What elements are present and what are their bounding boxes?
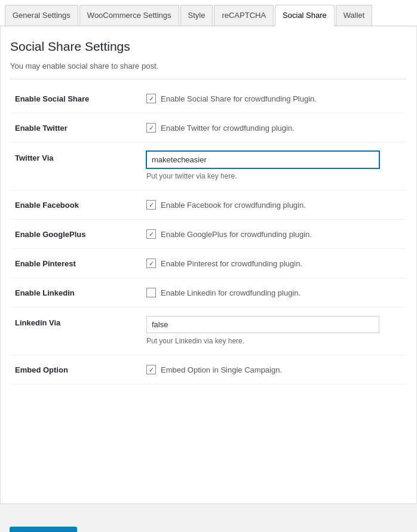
- setting-label-enable-linkedin: Enable Linkedin: [10, 278, 142, 307]
- tab-general-settings[interactable]: General Settings: [5, 5, 78, 26]
- setting-control-enable-social-share: ✓Enable Social Share for crowdfunding Pl…: [142, 84, 407, 113]
- enable-facebook-checkbox[interactable]: ✓: [146, 200, 156, 210]
- setting-label-enable-social-share: Enable Social Share: [10, 84, 142, 113]
- twitter-via-hint: Put your twitter via key here.: [146, 172, 402, 180]
- setting-control-linkedin-via: Put your Linkedin via key here.: [142, 307, 407, 355]
- setting-row-enable-googleplus: Enable GooglePlus✓Enable GooglePlus for …: [10, 220, 407, 249]
- setting-control-enable-linkedin: Enable Linkedin for crowdfunding plugin.: [142, 278, 407, 307]
- enable-linkedin-description: Enable Linkedin for crowdfunding plugin.: [161, 288, 301, 297]
- page-subtitle: You may enable social share to share pos…: [10, 61, 407, 79]
- enable-social-share-checkbox[interactable]: ✓: [146, 94, 156, 103]
- setting-control-enable-pinterest: ✓Enable Pinterest for crowdfunding plugi…: [142, 249, 407, 278]
- setting-row-enable-social-share: Enable Social Share✓Enable Social Share …: [10, 84, 407, 113]
- setting-label-enable-facebook: Enable Facebook: [10, 190, 142, 220]
- embed-option-description: Embed Option in Single Campaign.: [161, 365, 282, 374]
- tab-woocommerce-settings[interactable]: WooCommerce Settings: [79, 5, 179, 26]
- enable-twitter-description: Enable Twitter for crowdfunding plugin.: [161, 124, 295, 133]
- footer-area: Save Changes: [0, 504, 417, 532]
- setting-row-enable-facebook: Enable Facebook✓Enable Facebook for crow…: [10, 190, 407, 220]
- tab-wallet[interactable]: Wallet: [336, 5, 373, 26]
- enable-linkedin-checkbox[interactable]: [146, 288, 156, 297]
- enable-googleplus-checkbox[interactable]: ✓: [146, 229, 156, 239]
- tab-recaptcha[interactable]: reCAPTCHA: [214, 5, 274, 26]
- enable-pinterest-checkbox[interactable]: ✓: [146, 259, 156, 268]
- setting-row-twitter-via: Twitter ViaPut your twitter via key here…: [10, 143, 407, 190]
- enable-social-share-description: Enable Social Share for crowdfunding Plu…: [161, 94, 317, 103]
- setting-label-embed-option: Embed Option: [10, 355, 142, 385]
- setting-row-embed-option: Embed Option✓Embed Option in Single Camp…: [10, 355, 407, 385]
- twitter-via-input[interactable]: [146, 151, 379, 168]
- setting-label-linkedin-via: Linkedin Via: [10, 307, 142, 355]
- setting-control-enable-facebook: ✓Enable Facebook for crowdfunding plugin…: [142, 190, 407, 220]
- settings-table: Enable Social Share✓Enable Social Share …: [10, 84, 407, 385]
- page-title: Social Share Settings: [10, 38, 407, 54]
- setting-control-twitter-via: Put your twitter via key here.: [142, 143, 407, 190]
- setting-control-enable-googleplus: ✓Enable GooglePlus for crowdfunding plug…: [142, 220, 407, 249]
- save-changes-button[interactable]: Save Changes: [10, 527, 77, 532]
- setting-row-enable-linkedin: Enable LinkedinEnable Linkedin for crowd…: [10, 278, 407, 307]
- setting-row-enable-twitter: Enable Twitter✓Enable Twitter for crowdf…: [10, 113, 407, 143]
- setting-label-enable-pinterest: Enable Pinterest: [10, 249, 142, 278]
- enable-googleplus-description: Enable GooglePlus for crowdfunding plugi…: [161, 230, 312, 239]
- content-area: Social Share Settings You may enable soc…: [0, 26, 417, 504]
- setting-control-enable-twitter: ✓Enable Twitter for crowdfunding plugin.: [142, 113, 407, 143]
- enable-facebook-description: Enable Facebook for crowdfunding plugin.: [161, 201, 306, 210]
- setting-row-enable-pinterest: Enable Pinterest✓Enable Pinterest for cr…: [10, 249, 407, 278]
- enable-pinterest-description: Enable Pinterest for crowdfunding plugin…: [161, 259, 302, 268]
- enable-twitter-checkbox[interactable]: ✓: [146, 123, 156, 133]
- tabs-bar: General SettingsWooCommerce SettingsStyl…: [0, 0, 417, 26]
- embed-option-checkbox[interactable]: ✓: [146, 365, 156, 374]
- setting-control-embed-option: ✓Embed Option in Single Campaign.: [142, 355, 407, 385]
- linkedin-via-input[interactable]: [146, 316, 379, 333]
- setting-label-twitter-via: Twitter Via: [10, 143, 142, 190]
- setting-row-linkedin-via: Linkedin ViaPut your Linkedin via key he…: [10, 307, 407, 355]
- setting-label-enable-twitter: Enable Twitter: [10, 113, 142, 143]
- setting-label-enable-googleplus: Enable GooglePlus: [10, 220, 142, 249]
- linkedin-via-hint: Put your Linkedin via key here.: [146, 337, 402, 345]
- tab-social-share[interactable]: Social Share: [275, 5, 335, 26]
- tab-style[interactable]: Style: [180, 5, 213, 26]
